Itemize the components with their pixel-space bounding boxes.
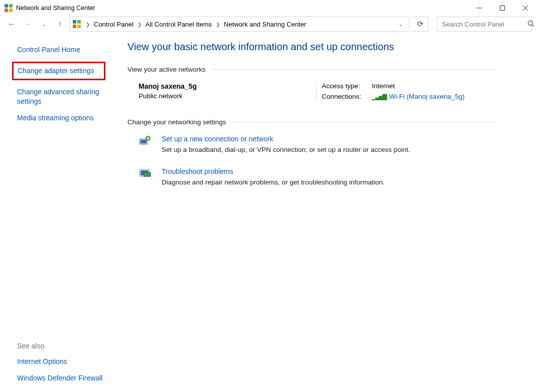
breadcrumb-item[interactable]: All Control Panel Items <box>146 21 212 28</box>
address-row: ← → ⌄ ↑ ❯ Control Panel ❯ All Control Pa… <box>0 16 537 34</box>
change-settings-section-title: Change your networking settings <box>127 118 497 126</box>
address-dropdown-button[interactable]: ⌄ <box>394 21 407 28</box>
sidebar-change-advanced-sharing[interactable]: Change advanced sharing settings <box>17 88 99 105</box>
svg-rect-9 <box>77 20 81 24</box>
search-icon[interactable] <box>527 20 534 29</box>
svg-rect-15 <box>141 140 147 143</box>
chevron-right-icon[interactable]: ❯ <box>136 22 144 27</box>
connections-label: Connections: <box>322 93 372 100</box>
svg-point-12 <box>528 21 533 25</box>
wifi-signal-icon: ▁▃▅▇ <box>372 93 386 100</box>
svg-rect-0 <box>5 4 8 8</box>
window-title: Network and Sharing Center <box>16 5 95 12</box>
back-button[interactable]: ← <box>5 18 18 31</box>
title-bar: Network and Sharing Center <box>0 0 537 16</box>
main-content: View your basic network information and … <box>125 34 537 392</box>
svg-rect-5 <box>500 6 505 11</box>
close-button[interactable] <box>514 0 537 16</box>
svg-rect-3 <box>9 9 13 12</box>
app-icon <box>4 4 13 13</box>
svg-rect-1 <box>9 4 13 8</box>
chevron-right-icon[interactable]: ❯ <box>214 22 222 27</box>
access-type-value: Internet <box>372 82 497 90</box>
settings-item-troubleshoot[interactable]: Troubleshoot problems Diagnose and repai… <box>139 167 497 186</box>
up-button[interactable]: ↑ <box>53 18 66 31</box>
refresh-button[interactable]: ⟳ <box>413 17 429 32</box>
connection-link[interactable]: Wi-Fi (Manoj saxena_5g) <box>389 93 465 100</box>
svg-rect-8 <box>73 20 76 24</box>
see-also-heading: See also <box>17 342 120 350</box>
page-title: View your basic network information and … <box>127 41 497 53</box>
chevron-right-icon[interactable]: ❯ <box>84 22 92 27</box>
active-networks-section-title: View your active networks <box>127 66 497 73</box>
see-also-internet-options[interactable]: Internet Options <box>17 357 67 365</box>
svg-rect-21 <box>144 172 151 176</box>
breadcrumb-item[interactable]: Network and Sharing Center <box>224 21 306 28</box>
network-name: Manoj saxena_5g <box>139 82 304 90</box>
active-network-row: Manoj saxena_5g Public network Access ty… <box>127 82 497 100</box>
settings-item-setup-connection[interactable]: Set up a new connection or network Set u… <box>139 135 497 153</box>
svg-rect-2 <box>5 9 8 12</box>
sidebar-media-streaming-options[interactable]: Media streaming options <box>17 114 94 122</box>
network-profile: Public network <box>139 92 304 100</box>
search-input[interactable] <box>441 20 527 29</box>
side-panel: Control Panel Home Change adapter settin… <box>0 34 125 392</box>
recent-locations-button[interactable]: ⌄ <box>37 18 50 31</box>
forward-button[interactable]: → <box>21 18 34 31</box>
setup-connection-icon <box>139 135 152 148</box>
troubleshoot-icon <box>139 167 152 180</box>
minimize-button[interactable] <box>468 0 491 16</box>
breadcrumb-item[interactable]: Control Panel <box>94 21 133 28</box>
maximize-button[interactable] <box>491 0 514 16</box>
sidebar-control-panel-home[interactable]: Control Panel Home <box>17 46 80 54</box>
access-type-label: Access type: <box>322 82 372 90</box>
settings-item-title: Set up a new connection or network <box>162 135 410 143</box>
see-also-windows-defender-firewall[interactable]: Windows Defender Firewall <box>17 374 102 382</box>
address-bar[interactable]: ❯ Control Panel ❯ All Control Panel Item… <box>69 17 410 32</box>
window-controls <box>468 0 537 16</box>
svg-rect-11 <box>77 25 81 28</box>
svg-rect-10 <box>73 25 76 28</box>
highlight-box: Change adapter settings <box>12 62 105 80</box>
settings-item-desc: Set up a broadband, dial-up, or VPN conn… <box>162 146 410 153</box>
svg-line-13 <box>532 25 534 27</box>
sidebar-change-adapter-settings[interactable]: Change adapter settings <box>18 67 94 75</box>
location-icon <box>72 19 82 29</box>
search-box[interactable] <box>437 17 532 32</box>
settings-item-desc: Diagnose and repair network problems, or… <box>162 178 384 186</box>
settings-item-title: Troubleshoot problems <box>162 167 384 175</box>
